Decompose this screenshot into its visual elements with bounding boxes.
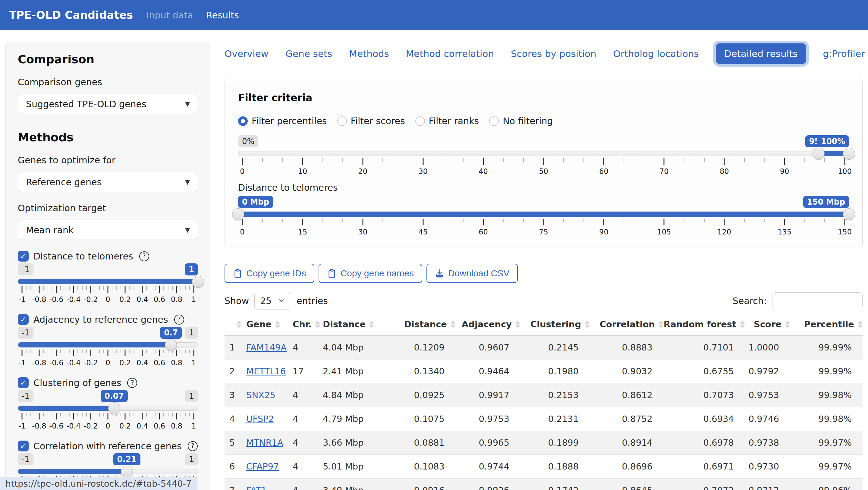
- column-header-percentile[interactable]: Percentile: [790, 314, 863, 336]
- gene-link[interactable]: UFSP2: [246, 414, 274, 424]
- slider-ticks: [22, 286, 194, 293]
- copy-gene-ids-button[interactable]: Copy gene IDs: [224, 264, 314, 283]
- cell-rank: 5: [224, 431, 241, 455]
- gene-link[interactable]: CFAP97: [246, 461, 279, 471]
- column-header-chr-[interactable]: Chr.: [293, 314, 323, 336]
- cell-percentile: 99.96%: [790, 479, 863, 490]
- column-header-random-forest[interactable]: Random forest: [663, 314, 745, 336]
- tab-scores-by-position[interactable]: Scores by position: [511, 48, 596, 59]
- slider-tick-labels: -1-0.8-0.6-0.4-0.200.20.40.60.81: [22, 422, 194, 430]
- checkbox-checked-icon[interactable]: ✓: [18, 314, 29, 325]
- sort-icon[interactable]: [516, 320, 520, 328]
- checkbox-checked-icon[interactable]: ✓: [18, 377, 29, 388]
- gene-link[interactable]: FAT1: [246, 485, 267, 490]
- slider-handle[interactable]: [108, 402, 120, 415]
- slider-tick-labels: 0153045607590105120135150: [242, 228, 845, 236]
- slider-track[interactable]: [18, 469, 198, 474]
- sort-icon[interactable]: [858, 320, 863, 328]
- tab-method-correlation[interactable]: Method correlation: [406, 48, 494, 59]
- app: TPE-OLD Candidates Input data Results Co…: [0, 0, 868, 490]
- gene-link[interactable]: MTNR1A: [246, 437, 283, 448]
- tab-gene-sets[interactable]: Gene sets: [285, 48, 332, 59]
- radio-unselected-icon[interactable]: [489, 116, 499, 126]
- slider-handle[interactable]: [192, 276, 204, 288]
- sort-icon[interactable]: [315, 320, 320, 328]
- cell-distance: 0.1209: [388, 336, 456, 360]
- tab-ortholog-locations[interactable]: Ortholog locations: [613, 48, 699, 59]
- help-icon[interactable]: ?: [127, 378, 137, 388]
- slider-handle[interactable]: [812, 148, 825, 160]
- slider-track[interactable]: [238, 212, 849, 217]
- search-input[interactable]: [772, 292, 863, 309]
- slider-handle[interactable]: [843, 148, 855, 160]
- column-header-distance[interactable]: Distance: [323, 314, 388, 336]
- column-header-gene[interactable]: Gene: [241, 314, 293, 336]
- nav-link-input-data[interactable]: Input data: [147, 10, 193, 21]
- sort-icon[interactable]: [275, 320, 280, 328]
- cell-score: 0.9712: [745, 479, 790, 490]
- radio-selected-icon[interactable]: [238, 116, 248, 126]
- radio-unselected-icon[interactable]: [415, 116, 425, 126]
- help-icon[interactable]: ?: [188, 441, 198, 451]
- column-header-distance[interactable]: Distance: [388, 314, 456, 336]
- slider-handle[interactable]: [843, 208, 855, 220]
- genes-to-optimize-select[interactable]: Reference genes ▼: [18, 172, 198, 192]
- cell-clustering: 0.1888: [520, 455, 590, 479]
- sort-icon[interactable]: [369, 320, 374, 328]
- column-label: Chr.: [293, 319, 312, 329]
- filter-criteria-card: Filter criteria Filter percentilesFilter…: [224, 79, 863, 247]
- radio-filter-ranks[interactable]: Filter ranks: [415, 116, 479, 126]
- slider-handle[interactable]: [232, 208, 244, 220]
- slider-track[interactable]: [18, 279, 198, 284]
- gene-link[interactable]: FAM149A: [246, 342, 287, 353]
- method-slider-0[interactable]: -11-1-0.8-0.6-0.4-0.200.20.40.60.81: [18, 264, 198, 303]
- table-header-row: GeneChr.DistanceDistanceAdjacencyCluster…: [224, 314, 863, 336]
- checkbox-checked-icon[interactable]: ✓: [18, 440, 29, 452]
- radio-filter-percentiles[interactable]: Filter percentiles: [238, 116, 327, 126]
- optimization-target-select[interactable]: Mean rank ▼: [18, 220, 198, 240]
- tab-overview[interactable]: Overview: [224, 48, 269, 59]
- sort-icon[interactable]: [237, 320, 241, 328]
- slider-handle[interactable]: [165, 339, 177, 351]
- help-icon[interactable]: ?: [174, 315, 184, 325]
- sort-icon[interactable]: [740, 320, 745, 328]
- radio-unselected-icon[interactable]: [337, 116, 347, 126]
- radio-filter-scores[interactable]: Filter scores: [337, 116, 405, 126]
- cell-score: 0.9738: [745, 431, 790, 455]
- sort-icon[interactable]: [658, 320, 663, 328]
- table-row: 7FAT143.49 Mbp0.09160.99260.17420.86450.…: [224, 479, 863, 490]
- cell-clustering: 0.2153: [520, 383, 590, 407]
- method-slider-2[interactable]: -110.07-1-0.8-0.6-0.4-0.200.20.40.60.81: [18, 390, 198, 430]
- slider-value-badge: 0.21: [113, 453, 141, 465]
- percentile-range-slider[interactable]: 0%95%100%0102030405060708090100: [238, 135, 849, 175]
- nav-link-results[interactable]: Results: [206, 10, 239, 21]
- column-header-adjacency[interactable]: Adjacency: [456, 314, 520, 336]
- cell-percentile: 99.99%: [790, 360, 863, 383]
- slider-track[interactable]: [238, 151, 849, 156]
- slider-handle[interactable]: [121, 466, 133, 478]
- column-header-rank[interactable]: [224, 314, 241, 336]
- help-icon[interactable]: ?: [139, 251, 149, 261]
- page-size-select[interactable]: 25: [254, 292, 291, 309]
- distance-to-telomeres-label: Distance to telomeres: [238, 182, 849, 193]
- sort-icon[interactable]: [785, 320, 790, 328]
- copy-gene-names-button[interactable]: Copy gene names: [318, 264, 422, 283]
- column-header-clustering[interactable]: Clustering: [520, 314, 590, 336]
- checkbox-checked-icon[interactable]: ✓: [18, 251, 29, 262]
- sort-icon[interactable]: [451, 320, 456, 328]
- comparison-genes-select[interactable]: Suggested TPE-OLD genes ▼: [18, 94, 198, 114]
- column-header-correlation[interactable]: Correlation: [590, 314, 663, 336]
- method-slider-1[interactable]: -110.7-1-0.8-0.6-0.4-0.200.20.40.60.81: [18, 327, 198, 366]
- tab-detailed-results[interactable]: Detailed results: [716, 43, 806, 64]
- gene-link[interactable]: METTL16: [246, 366, 286, 376]
- tab-methods[interactable]: Methods: [349, 48, 389, 59]
- column-header-score[interactable]: Score: [745, 314, 790, 336]
- distance-range-slider[interactable]: 0 Mbp150 Mbp0153045607590105120135150: [238, 196, 849, 236]
- sort-icon[interactable]: [585, 320, 590, 328]
- gene-link[interactable]: SNX25: [246, 390, 276, 400]
- tab-g-profiler[interactable]: g:Profiler: [823, 48, 865, 59]
- slider-min-badge: -1: [18, 453, 33, 465]
- radio-no-filtering[interactable]: No filtering: [489, 116, 553, 126]
- column-label: Clustering: [530, 319, 581, 329]
- download-csv-button[interactable]: Download CSV: [427, 264, 518, 283]
